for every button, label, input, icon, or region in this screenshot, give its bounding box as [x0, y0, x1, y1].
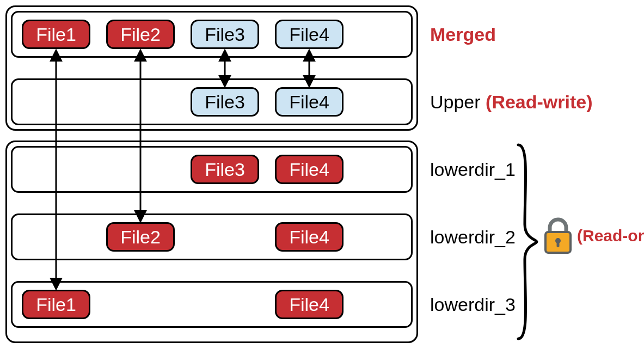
label-lowerdir1: lowerdir_1 — [430, 159, 516, 180]
lowerdir1-file4: File4 — [275, 155, 344, 184]
label-lowerdir3: lowerdir_3 — [430, 294, 516, 315]
label-merged: Merged — [430, 24, 496, 45]
lowerdir2-file2: File2 — [106, 222, 175, 252]
row-lowerdir2 — [11, 213, 413, 260]
upper-file4: File4 — [275, 87, 344, 117]
lowerdir3-file1: File1 — [22, 290, 90, 319]
label-upper: Upper (Read-write) — [430, 91, 593, 113]
label-upper-mode: (Read-write) — [486, 91, 592, 112]
brace-icon — [516, 143, 539, 341]
svg-rect-4 — [545, 232, 571, 253]
label-readonly: (Read-only) — [577, 227, 644, 245]
lowerdir3-file4: File4 — [275, 290, 344, 319]
merged-file2: File2 — [106, 20, 175, 49]
label-lowerdir2: lowerdir_2 — [430, 227, 516, 248]
overlayfs-diagram: File1 File2 File3 File4 File3 File4 File… — [0, 0, 644, 348]
lowerdir1-file3: File3 — [191, 155, 259, 184]
lowerdir2-file4: File4 — [275, 222, 344, 252]
merged-file4: File4 — [275, 20, 344, 49]
merged-file3: File3 — [191, 20, 259, 49]
svg-rect-6 — [557, 241, 560, 247]
label-upper-text: Upper — [430, 91, 486, 112]
merged-file1: File1 — [22, 20, 90, 49]
svg-point-5 — [555, 238, 561, 243]
lock-icon — [542, 217, 574, 255]
upper-file3: File3 — [191, 87, 259, 117]
